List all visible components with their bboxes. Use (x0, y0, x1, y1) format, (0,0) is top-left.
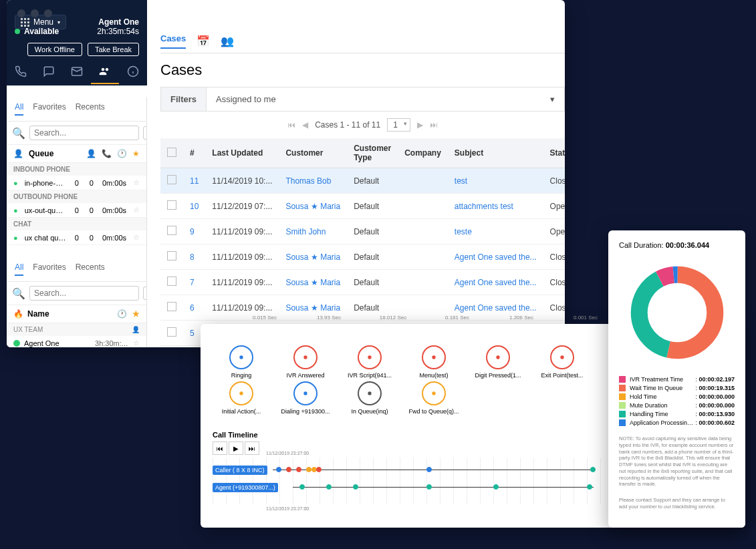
table-row[interactable]: 9 11/11/2019 09:... Smith John Default t… (160, 219, 565, 244)
column-header[interactable]: Status (543, 138, 565, 168)
tab-all[interactable]: All (15, 102, 23, 116)
table-row[interactable]: 10 11/12/2019 07:... Sousa ★ Maria Defau… (160, 194, 565, 219)
page-select[interactable]: 1 (387, 118, 410, 132)
flow-node[interactable]: Menu(test) 0.181 Sec (405, 345, 463, 379)
timeline-dot[interactable] (286, 467, 291, 472)
tab-recents[interactable]: Recents (76, 102, 105, 116)
page-last-icon[interactable]: ⏭ (430, 120, 438, 130)
traffic-light-dot[interactable] (17, 9, 25, 17)
traffic-light-dot[interactable] (44, 9, 52, 17)
select-all-checkbox[interactable] (167, 148, 176, 157)
clock-icon[interactable]: 🕐 (117, 309, 127, 319)
column-header[interactable]: Customer Type (347, 138, 398, 168)
flow-node[interactable]: Fwd to Queue(q)... (405, 381, 463, 415)
tab-all[interactable]: All (15, 262, 23, 276)
tl-play-button[interactable]: ▶ (229, 441, 243, 455)
tab-cases[interactable]: Cases (160, 33, 186, 49)
column-header[interactable]: Customer (279, 138, 347, 168)
timeline-dot[interactable] (316, 467, 322, 472)
column-header[interactable]: # (183, 138, 205, 168)
timeline-dot[interactable] (306, 467, 311, 472)
star-icon[interactable]: ★ (132, 149, 140, 158)
traffic-light-dot[interactable] (31, 9, 39, 17)
tab-favorites[interactable]: Favorites (33, 102, 66, 116)
column-header[interactable]: Company (398, 138, 448, 168)
subject-link[interactable]: attachments test (448, 194, 543, 219)
people-icon[interactable]: 👥 (221, 35, 234, 47)
take-break-button[interactable]: Take Break (88, 43, 139, 56)
page-prev-icon[interactable]: ◀ (302, 120, 308, 130)
row-checkbox[interactable] (167, 277, 176, 286)
row-checkbox[interactable] (167, 251, 176, 260)
calendar-icon[interactable]: 📅 (197, 35, 210, 47)
timeline-dot[interactable] (296, 467, 301, 472)
flow-node[interactable]: Dialing +919300... (277, 381, 334, 415)
timeline-dot[interactable] (590, 467, 596, 472)
table-row[interactable]: 7 11/11/2019 09:... Sousa ★ Maria Defaul… (160, 270, 565, 295)
timeline-dot[interactable] (426, 467, 432, 472)
row-checkbox[interactable] (167, 226, 176, 235)
timeline-dot[interactable] (299, 484, 305, 490)
chat-tab-icon[interactable] (35, 60, 63, 84)
subject-link[interactable]: Agent One saved the... (448, 244, 543, 270)
subject-link[interactable]: teste (448, 219, 543, 244)
timeline-dot[interactable] (493, 484, 499, 490)
tl-first-button[interactable]: ⏮ (213, 441, 227, 455)
customer-link[interactable]: Sousa ★ Maria (279, 194, 347, 219)
page-first-icon[interactable]: ⏮ (287, 120, 295, 130)
search-input[interactable] (29, 286, 139, 301)
timeline-dot[interactable] (587, 484, 592, 490)
subject-link[interactable]: Agent One saved the... (448, 270, 543, 295)
star-icon[interactable]: ☆ (133, 233, 140, 242)
clock-icon[interactable]: 🕐 (117, 149, 127, 158)
timeline-dot[interactable] (353, 484, 358, 490)
row-checkbox[interactable] (167, 175, 176, 184)
column-header[interactable]: Subject (448, 138, 543, 168)
flow-node[interactable]: IVR Answered 13.93 Sec (277, 345, 334, 379)
case-number[interactable]: 10 (183, 194, 205, 219)
star-icon[interactable]: ★ (132, 309, 140, 319)
customer-link[interactable]: Smith John (279, 219, 347, 244)
agent-row[interactable]: Agent One 3h:30m:... ☆ (7, 336, 146, 347)
tl-last-button[interactable]: ⏭ (245, 441, 259, 455)
flow-node[interactable]: Digit Pressed(1... 1.206 Sec (469, 345, 527, 379)
subject-link[interactable]: test (448, 168, 543, 194)
row-checkbox[interactable] (167, 302, 176, 311)
customer-link[interactable]: Thomas Bob (279, 168, 347, 194)
timeline-dot[interactable] (326, 484, 332, 490)
table-row[interactable]: 11 11/14/2019 10:... Thomas Bob Default … (160, 168, 565, 194)
row-checkbox[interactable] (167, 327, 176, 337)
tab-recents[interactable]: Recents (76, 262, 105, 276)
table-row[interactable]: 8 11/11/2019 09:... Sousa ★ Maria Defaul… (160, 244, 565, 270)
mail-tab-icon[interactable] (63, 60, 91, 84)
flow-node[interactable]: Initial Action(... (213, 381, 270, 415)
case-number[interactable]: 11 (183, 168, 205, 194)
tab-favorites[interactable]: Favorites (33, 262, 66, 276)
work-offline-button[interactable]: Work Offline (27, 43, 82, 56)
timeline-dot[interactable] (276, 467, 281, 472)
flow-node[interactable]: Ringing 0.015 Sec (213, 345, 270, 379)
customer-link[interactable]: Sousa ★ Maria (279, 244, 347, 270)
queue-row[interactable]: ● ux-out-queue 0 0 0m:00s ☆ (7, 203, 146, 218)
row-checkbox[interactable] (167, 200, 176, 210)
case-number[interactable]: 9 (183, 219, 205, 244)
case-number[interactable]: 8 (183, 244, 205, 270)
queue-row[interactable]: ● ux chat queue 0 0 0m:00s ☆ (7, 230, 146, 245)
star-icon[interactable]: ☆ (133, 339, 140, 347)
user-icon[interactable]: 👤 (86, 149, 96, 158)
case-number[interactable]: 6 (183, 295, 205, 321)
queue-row[interactable]: ● in-phone-que... 0 0 0m:00s ☆ (7, 176, 146, 190)
contacts-tab-icon[interactable] (91, 60, 119, 84)
info-tab-icon[interactable] (119, 60, 147, 84)
filter-select[interactable]: Assigned to me ▾ (206, 87, 564, 111)
customer-link[interactable]: Sousa ★ Maria (279, 270, 347, 295)
star-icon[interactable]: ☆ (133, 206, 140, 214)
phone-icon[interactable]: 📞 (102, 149, 112, 158)
page-next-icon[interactable]: ▶ (417, 120, 423, 130)
timeline-dot[interactable] (426, 484, 432, 490)
column-header[interactable]: Last Updated (205, 138, 279, 168)
case-number[interactable]: 7 (183, 270, 205, 295)
flow-node[interactable]: In Queue(inq) (341, 381, 398, 415)
table-row[interactable]: 6 11/11/2019 09:... Sousa ★ Maria Defaul… (160, 295, 565, 321)
star-icon[interactable]: ☆ (133, 178, 140, 187)
